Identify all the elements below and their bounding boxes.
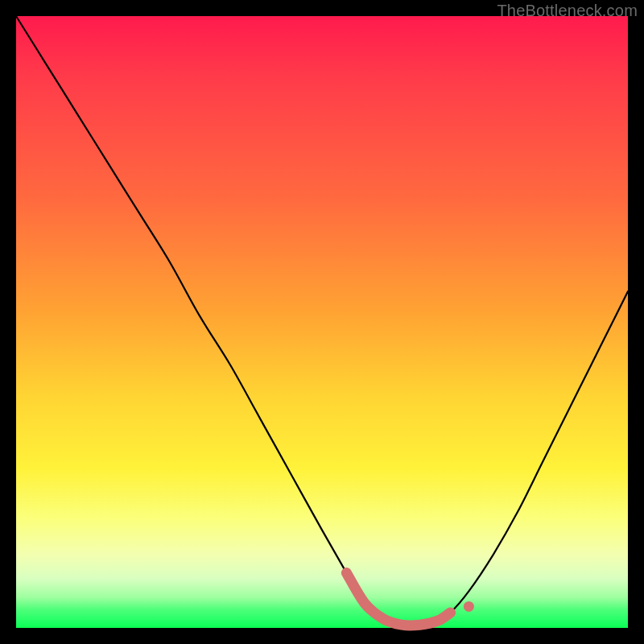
chart-svg [16, 16, 628, 628]
optimal-zone-end-dot [464, 601, 474, 612]
optimal-zone-highlight [346, 573, 450, 625]
bottleneck-curve [16, 16, 628, 625]
watermark-text: TheBottleneck.com [497, 2, 638, 20]
chart-frame: TheBottleneck.com [0, 0, 644, 644]
